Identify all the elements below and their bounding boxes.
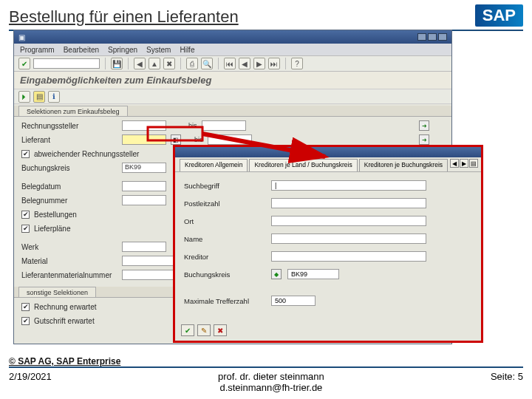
label-bestellungen: Bestellungen <box>34 211 77 219</box>
field-belegnummer-low[interactable] <box>122 195 166 205</box>
field-rechnungssteller-low[interactable] <box>122 120 166 131</box>
field-max-treffer[interactable]: 500 <box>271 296 316 306</box>
footer-page: Seite: 5 <box>491 371 523 382</box>
maximize-button[interactable] <box>428 33 437 41</box>
cancel-button[interactable]: ✖ <box>163 58 175 69</box>
field-kreditor[interactable] <box>271 251 426 262</box>
menu-hilfe[interactable]: Hilfe <box>180 46 194 54</box>
footer-email: d.steinmann@fh-trier.de <box>52 382 491 393</box>
label-gutschrift-erwartet: Gutschrift erwartet <box>34 317 95 325</box>
execute-button[interactable]: ⏵ <box>18 91 30 103</box>
tab-scroll-left[interactable]: ◀ <box>450 159 459 168</box>
multi-select-button-2[interactable] <box>419 134 429 145</box>
tab-kreditoren-bk[interactable]: Kreditoren je Buchungskreis <box>359 159 448 171</box>
label-liefmatnr: Lieferantenmaterialnummer <box>21 271 117 279</box>
field-plz[interactable] <box>271 198 426 208</box>
save-button[interactable]: 💾 <box>111 58 123 69</box>
label-rechnungssteller: Rechnungssteller <box>21 122 117 130</box>
label-kreditor: Kreditor <box>184 253 265 261</box>
exit-button[interactable]: ▲ <box>149 58 160 69</box>
help-button[interactable]: ? <box>291 58 303 69</box>
popup-cancel-button[interactable]: ✖ <box>214 324 227 336</box>
window-controls <box>417 33 447 41</box>
slide-title: Bestellung für einen Lieferanten <box>9 7 239 27</box>
field-werk-low[interactable] <box>122 242 166 252</box>
field-suchbegriff[interactable]: | <box>271 180 426 191</box>
label-ort: Ort <box>184 217 265 225</box>
popup-new-button[interactable]: ✎ <box>197 324 211 336</box>
search-help-button[interactable]: ◧ <box>171 134 181 145</box>
next-page-button[interactable]: ▶ <box>253 58 265 69</box>
label-belegnummer: Belegnummer <box>21 197 117 205</box>
label-buchungskreis: Buchungskreis <box>21 164 117 172</box>
section1-tab[interactable]: Selektionen zum Einkaufsbeleg <box>18 106 128 116</box>
label-belegdatum: Belegdatum <box>21 183 117 191</box>
menu-springen[interactable]: Springen <box>108 46 137 54</box>
label-rechnung-erwartet: Rechnung erwartet <box>34 303 97 311</box>
field-lieferant-high[interactable] <box>208 134 252 145</box>
popup-tabstrip: Kreditoren Allgemein Kreditoren je Land … <box>175 157 481 172</box>
window-sys-icon: ▣ <box>18 33 25 41</box>
label-name: Name <box>184 235 265 243</box>
footer-author: prof. dr. dieter steinmann <box>52 371 491 382</box>
label-plz: Postleitzahl <box>184 200 265 208</box>
copyright-text: © SAP AG, SAP Enterprise <box>9 356 120 366</box>
tab-scroll-right[interactable]: ▶ <box>460 159 468 168</box>
command-field[interactable] <box>33 58 100 69</box>
footer-date: 2/19/2021 <box>9 371 52 382</box>
field-lieferant-low[interactable] <box>122 134 166 145</box>
menu-system[interactable]: System <box>146 46 171 54</box>
find-button[interactable]: 🔍 <box>201 58 213 69</box>
field-belegdatum-low[interactable] <box>122 181 166 191</box>
tab-kreditoren-allgemein[interactable]: Kreditoren Allgemein <box>180 159 248 171</box>
range-indicator[interactable] <box>271 269 282 279</box>
checkbox-rechnung-erwartet[interactable]: ✔ <box>21 303 30 311</box>
menu-programm[interactable]: Programm <box>20 46 55 54</box>
popup-titlebar <box>175 147 481 157</box>
label-suchbegriff: Suchbegriff <box>184 182 265 190</box>
section2-tab[interactable]: sonstige Selektionen <box>18 287 96 297</box>
print-button[interactable]: ⎙ <box>186 58 198 69</box>
app-toolbar: ⏵ ▤ ℹ <box>14 89 451 104</box>
tab-kreditoren-land-bk[interactable]: Kreditoren je Land / Buchungskreis <box>249 159 357 171</box>
back-button[interactable]: ◀ <box>134 58 146 69</box>
close-button[interactable] <box>438 33 447 41</box>
menubar: Programm Bearbeiten Springen System Hilf… <box>14 44 451 55</box>
window-titlebar: ▣ <box>14 30 451 44</box>
first-page-button[interactable]: ⏮ <box>224 58 236 69</box>
screen-title: Eingabemöglichkeiten zum Einkaufsbeleg <box>14 72 451 89</box>
prev-page-button[interactable]: ◀ <box>239 58 250 69</box>
field-popup-buchungskreis[interactable]: BK99 <box>287 269 339 279</box>
checkbox-gutschrift-erwartet[interactable]: ✔ <box>21 317 30 325</box>
field-name[interactable] <box>271 233 426 244</box>
checkbox-abw-rechnungssteller[interactable]: ✔ <box>21 150 30 158</box>
enter-button[interactable]: ✔ <box>18 58 30 69</box>
sap-logo: SAP <box>475 4 523 27</box>
info-button[interactable]: ℹ <box>48 91 60 103</box>
label-material: Material <box>21 257 117 265</box>
field-rechnungssteller-high[interactable] <box>202 120 246 131</box>
popup-ok-button[interactable]: ✔ <box>181 324 194 336</box>
menu-bearbeiten[interactable]: Bearbeiten <box>64 46 99 54</box>
multi-select-button[interactable] <box>419 120 429 131</box>
label-lieferplaene: Lieferpläne <box>34 225 70 233</box>
minimize-button[interactable] <box>417 33 426 41</box>
label-abw-rechnungssteller: abweichender Rechnungssteller <box>34 150 139 158</box>
label-lieferant: Lieferant <box>21 136 117 144</box>
search-help-popup: Kreditoren Allgemein Kreditoren je Land … <box>173 145 483 343</box>
last-page-button[interactable]: ⏭ <box>268 58 280 69</box>
label-max-treffer: Maximale Trefferzahl <box>184 297 265 305</box>
label-popup-buchungskreis: Buchungskreis <box>184 270 265 279</box>
main-toolbar: ✔ 💾 ◀ ▲ ✖ ⎙ 🔍 ⏮ ◀ ▶ ⏭ ? <box>14 55 451 72</box>
variant-button[interactable]: ▤ <box>33 91 45 103</box>
section1-tabstrip: Selektionen zum Einkaufsbeleg <box>14 106 451 117</box>
label-werk: Werk <box>21 243 117 251</box>
checkbox-lieferplaene[interactable]: ✔ <box>21 225 30 233</box>
tab-list-button[interactable]: ▤ <box>469 159 478 168</box>
field-ort[interactable] <box>271 216 426 226</box>
checkbox-bestellungen[interactable]: ✔ <box>21 211 30 219</box>
field-buchungskreis-low[interactable]: BK99 <box>122 163 166 173</box>
